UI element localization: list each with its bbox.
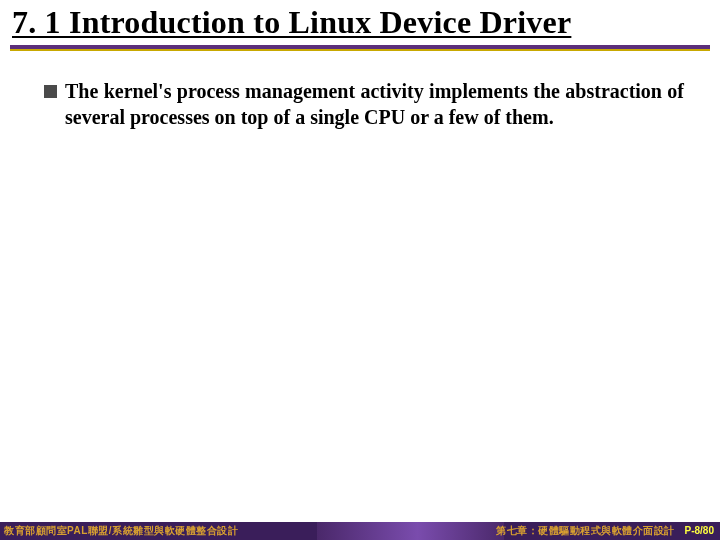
- page-number: P-8/80: [681, 522, 720, 540]
- footer-bar: 教育部顧問室PAL聯盟/系統雛型與軟硬體整合設計 第七章：硬體驅動程式與軟體介面…: [0, 522, 720, 540]
- footer-left-text: 教育部顧問室PAL聯盟/系統雛型與軟硬體整合設計: [0, 524, 238, 538]
- content-area: The kernel's process management activity…: [0, 51, 720, 130]
- title-region: 7. 1 Introduction to Linux Device Driver: [0, 0, 720, 41]
- footer-right-text: 第七章：硬體驅動程式與軟體介面設計: [496, 524, 681, 538]
- bullet-text: The kernel's process management activity…: [65, 79, 684, 130]
- bullet-item: The kernel's process management activity…: [44, 79, 684, 130]
- slide: 7. 1 Introduction to Linux Device Driver…: [0, 0, 720, 540]
- square-bullet-icon: [44, 85, 57, 98]
- slide-title: 7. 1 Introduction to Linux Device Driver: [12, 4, 708, 41]
